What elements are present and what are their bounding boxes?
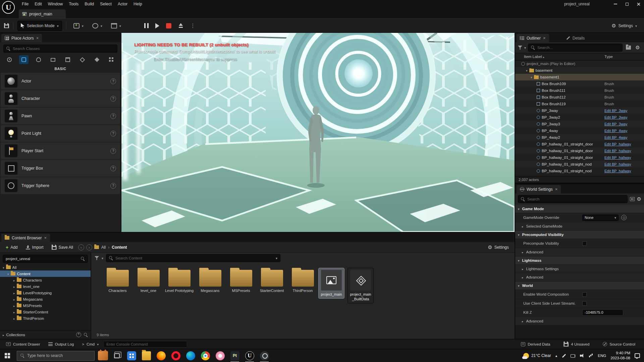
- client-side-streaming-checkbox[interactable]: [582, 301, 587, 306]
- chevron-down-icon[interactable]: [524, 45, 526, 50]
- place-actor-item-trigger-sphere[interactable]: Trigger Sphere: [1, 177, 120, 194]
- console-command-input[interactable]: [103, 341, 187, 348]
- chevron-right-icon[interactable]: [13, 316, 15, 320]
- save-icon[interactable]: [4, 23, 9, 28]
- nav-forward-button[interactable]: [86, 244, 92, 250]
- tree-item-mspresets[interactable]: MSPresets: [0, 302, 91, 309]
- table-row[interactable]: Box Brush112Brush: [515, 94, 644, 101]
- source-control-button[interactable]: Source Control: [599, 341, 639, 348]
- volumes-category-icon[interactable]: [77, 55, 87, 64]
- tree-item-characters[interactable]: Characters: [0, 277, 91, 283]
- close-icon[interactable]: [555, 187, 558, 192]
- table-row[interactable]: Box Brush119Brush: [515, 101, 644, 107]
- table-row[interactable]: BP_hallway_01_straight_nodEdit BP_hallwa…: [515, 161, 644, 168]
- cb-settings-button[interactable]: Settings: [485, 243, 512, 251]
- property-matrix-icon[interactable]: [630, 197, 635, 201]
- chrome-button[interactable]: [198, 349, 213, 362]
- folder-tile-characters[interactable]: Characters: [103, 267, 132, 293]
- help-icon[interactable]: [110, 131, 116, 136]
- content-drawer-button[interactable]: Content Drawer: [3, 341, 44, 348]
- section-advanced[interactable]: Advanced: [515, 317, 644, 325]
- table-row[interactable]: BP_3way3Edit BP_3way: [515, 121, 644, 127]
- selection-mode-dropdown[interactable]: Selection Mode: [17, 21, 62, 31]
- browse-asset-icon[interactable]: [621, 215, 627, 220]
- chevron-down-icon[interactable]: [102, 256, 103, 260]
- help-icon[interactable]: [110, 148, 116, 154]
- menu-build[interactable]: Build: [82, 0, 97, 8]
- close-button[interactable]: [633, 0, 644, 8]
- menu-edit[interactable]: Edit: [32, 0, 45, 8]
- section-lightmass-settings[interactable]: Lightmass Settings: [515, 265, 644, 273]
- help-icon[interactable]: [110, 166, 116, 171]
- content-search[interactable]: [106, 254, 280, 262]
- search-classes-input[interactable]: [13, 47, 114, 51]
- taskbar-search[interactable]: [17, 351, 95, 361]
- section-lightmass[interactable]: Lightmass: [515, 256, 644, 264]
- section-advanced[interactable]: Advanced: [515, 273, 644, 281]
- settings-button[interactable]: Settings: [608, 21, 640, 31]
- section-game-mode[interactable]: Game Mode: [515, 205, 644, 213]
- tree-item-levelprototyping[interactable]: LevelPrototyping: [0, 290, 91, 296]
- close-icon[interactable]: [543, 36, 546, 41]
- obs-button[interactable]: [257, 349, 272, 362]
- unsaved-button[interactable]: 4 Unsaved: [560, 341, 593, 348]
- menu-window[interactable]: Window: [45, 0, 66, 8]
- menu-select[interactable]: Select: [97, 0, 115, 8]
- add-actor-button[interactable]: [70, 21, 87, 31]
- sources-filter-input[interactable]: [6, 257, 78, 261]
- gamemode-override-dropdown[interactable]: None: [582, 215, 619, 221]
- folder-tile-thirdperson[interactable]: ThirdPerson: [288, 267, 318, 293]
- output-log-button[interactable]: Output Log: [45, 341, 77, 348]
- level-viewport[interactable]: LIGHTING NEEDS TO BE REBUILT (2 unbuilt …: [121, 33, 515, 232]
- start-button[interactable]: [0, 349, 15, 362]
- chevron-down-icon[interactable]: [276, 256, 277, 260]
- place-actor-item-point-light[interactable]: Point Light: [1, 125, 120, 142]
- folder-tile-level-one[interactable]: level_one: [133, 267, 163, 293]
- eject-button[interactable]: [178, 23, 183, 28]
- folder-tile-level-prototyping[interactable]: Level Prototyping: [164, 267, 194, 293]
- tree-item-thirdperson[interactable]: ThirdPerson: [0, 315, 91, 321]
- breadcrumb-content[interactable]: Content: [112, 245, 127, 250]
- weather-widget[interactable]: 21°C Clear: [523, 353, 551, 359]
- kill-z-input[interactable]: -1048575.0: [582, 309, 623, 316]
- chevron-right-icon[interactable]: [13, 285, 15, 289]
- table-row[interactable]: BP_hallway_01_straight_doorEdit BP_hallw…: [515, 141, 644, 147]
- menu-tools[interactable]: Tools: [66, 0, 82, 8]
- cat-icon[interactable]: [98, 351, 108, 360]
- save-all-button[interactable]: Save All: [49, 243, 76, 251]
- menu-help[interactable]: Help: [130, 0, 145, 8]
- outliner-settings-button[interactable]: [634, 44, 641, 51]
- task-view-button[interactable]: [109, 349, 124, 362]
- close-icon[interactable]: [36, 36, 39, 41]
- blueprints-button[interactable]: [89, 21, 105, 31]
- add-button[interactable]: Add: [3, 243, 21, 251]
- pen-icon[interactable]: [561, 353, 566, 358]
- tab-outliner[interactable]: Outliner: [517, 34, 549, 42]
- chevron-right-icon[interactable]: [13, 304, 15, 308]
- folder-tile-startercontent[interactable]: StarterContent: [257, 267, 287, 293]
- shapes-category-icon[interactable]: [48, 55, 58, 64]
- frame-skip-button[interactable]: [155, 23, 159, 28]
- firefox-button[interactable]: [154, 349, 168, 362]
- lights-category-icon[interactable]: [34, 55, 43, 64]
- table-row[interactable]: Box Brush109Brush: [515, 80, 644, 87]
- maximize-button[interactable]: [621, 0, 633, 8]
- section-advanced[interactable]: Advanced: [515, 248, 644, 256]
- world-settings-search[interactable]: [518, 195, 628, 203]
- tab-place-actors[interactable]: Place Actors: [1, 34, 42, 42]
- section-world[interactable]: World: [515, 282, 644, 290]
- tab-content-browser[interactable]: Content Browser: [1, 234, 50, 242]
- visual-effects-category-icon[interactable]: [92, 55, 102, 64]
- notifications-icon[interactable]: [635, 353, 640, 358]
- taskbar-clock[interactable]: 9:40 PM 2023-08-08: [610, 351, 630, 361]
- edit-blueprint-link[interactable]: Edit BP_hallway: [604, 156, 644, 160]
- section-selected-gamemode[interactable]: Selected GameMode: [515, 222, 644, 230]
- search-content-input[interactable]: [115, 256, 273, 260]
- viewport-3d-scene[interactable]: [121, 33, 515, 232]
- chevron-down-icon[interactable]: [526, 68, 528, 72]
- folder-tile-megascans[interactable]: Megascans: [195, 267, 225, 293]
- menu-actor[interactable]: Actor: [115, 0, 130, 8]
- place-actor-item-trigger-box[interactable]: Trigger Box: [1, 160, 120, 177]
- unreal-logo-icon[interactable]: [2, 1, 15, 14]
- minimize-button[interactable]: [610, 0, 621, 8]
